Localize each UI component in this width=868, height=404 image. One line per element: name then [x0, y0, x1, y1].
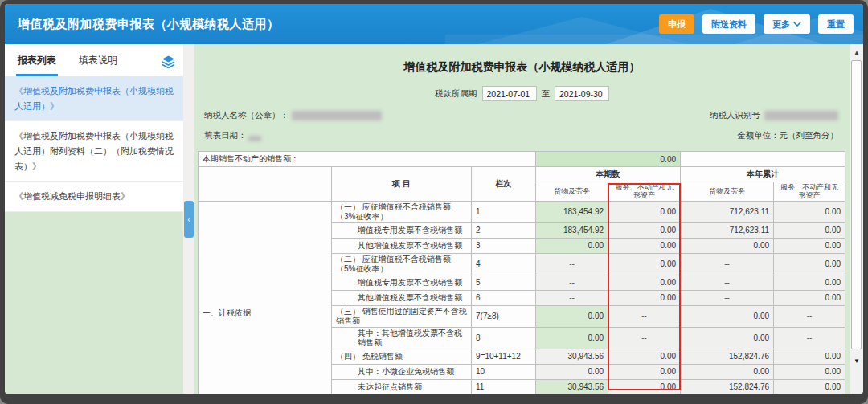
cell-year-goods: 712,623.11 [681, 222, 774, 238]
main-content: 增值税及附加税费申报表（小规模纳税人适用） 税款所属期 至 纳税人名称（公章）：… [194, 44, 850, 394]
scroll-up-arrow-icon[interactable]: ▲ [850, 46, 863, 59]
form-title: 增值税及附加税费申报表（小规模纳税人适用） [194, 60, 850, 75]
period-start-input[interactable] [482, 86, 537, 101]
cell-current-services: -- [608, 305, 681, 327]
table-header-row: 项 目 栏次 本期数 本年累计 [199, 167, 845, 182]
cell-current-services: -- [608, 327, 681, 349]
fill-date-label: 填表日期： [204, 130, 247, 141]
period-end-input[interactable] [555, 86, 609, 101]
item-label: （二） 应征增值税不含税销售额（5%征收率） [332, 253, 472, 275]
item-label: 其他增值税发票不含税销售额 [332, 238, 472, 253]
cell-current-goods: -- [536, 290, 608, 305]
item-label: 增值税专用发票不含税销售额 [332, 275, 472, 290]
presale-label: 本期销售不动产的销售额： [199, 152, 536, 167]
body: 报表列表 填表说明 《增值税及附加税费申报表（小规模纳税人适用）》 《增值税及附… [5, 44, 863, 394]
page-title: 增值税及附加税费申报表（小规模纳税人适用） [18, 17, 280, 32]
amount-unit-label: 金额单位：元（列至角分） [737, 130, 838, 141]
cell-current-services: 0.00 [608, 349, 681, 364]
header-column-no: 栏次 [472, 167, 536, 202]
cell-year-services: 0.00 [774, 222, 845, 238]
attachments-button[interactable]: 附送资料 [702, 14, 755, 34]
vertical-scrollbar[interactable]: ▲ ▼ [850, 44, 863, 394]
cell-current-services: 0.00 [608, 379, 681, 394]
item-label: 未达起征点销售额 [332, 379, 472, 394]
cell-current-services: 0.00 [608, 238, 681, 253]
tab-fill-instructions[interactable]: 填表说明 [77, 46, 119, 76]
taxpayer-name-label: 纳税人名称（公章）： [204, 110, 289, 121]
cell-year-services: 0.00 [774, 364, 845, 379]
subheader-yt-services: 服务、不动产和无形资产 [774, 182, 845, 202]
column-no: 8 [472, 327, 536, 349]
header-actions: 申报 附送资料 更多 重置 [659, 14, 854, 34]
reset-button[interactable]: 重置 [818, 14, 854, 34]
presale-row: 本期销售不动产的销售额： 0.00 [199, 152, 845, 167]
sidebar: 报表列表 填表说明 《增值税及附加税费申报表（小规模纳税人适用）》 《增值税及附… [5, 44, 183, 394]
scroll-down-arrow-icon[interactable]: ▼ [850, 354, 863, 367]
cell-current-services: 0.00 [608, 275, 681, 290]
item-label: 其他增值税发票不含税销售额 [332, 290, 472, 305]
cell-current-goods[interactable]: 183,454.92 [536, 201, 608, 222]
column-no: 5 [472, 275, 536, 290]
cell-current-goods[interactable]: 0.00 [536, 327, 608, 349]
item-label: 增值税专用发票不含税销售额 [332, 222, 472, 238]
cell-year-services: 0.00 [774, 201, 845, 222]
cell-current-services: 0.00 [608, 290, 681, 305]
cell-current-goods: 0.00 [536, 364, 608, 379]
subheader-cp-goods: 货物及劳务 [536, 182, 608, 202]
cell-current-services: 0.00 [608, 201, 681, 222]
item-label: 其中：小微企业免税销售额 [332, 364, 472, 379]
column-no: 9=10+11+12 [472, 349, 536, 364]
header-item: 项 目 [332, 167, 472, 202]
cell-year-services: 0.00 [774, 275, 845, 290]
scrollbar-thumb[interactable] [851, 60, 862, 349]
group-label-tax-basis: 一、计税依据 [199, 201, 332, 394]
item-label: （三） 销售使用过的固定资产不含税销售额 [332, 305, 472, 327]
header-current-period: 本期数 [536, 167, 681, 182]
column-no: 2 [472, 222, 536, 238]
group-header-cell [199, 167, 332, 202]
cell-year-goods: 0.00 [681, 238, 774, 253]
item-label: （一） 应征增值税不含税销售额（3%征收率） [332, 201, 472, 222]
cell-year-services: -- [774, 327, 845, 349]
cell-year-services: 0.00 [774, 379, 845, 394]
tax-period-label: 税款所属期 [435, 88, 477, 100]
cell-current-goods[interactable]: 0.00 [536, 238, 608, 253]
more-button-label: 更多 [772, 18, 790, 31]
item-label: 其中：其他增值税发票不含税销售额 [332, 327, 472, 349]
tax-period-row: 税款所属期 至 [194, 86, 850, 101]
column-no: 6 [472, 290, 536, 305]
presale-value-cell[interactable]: 0.00 [536, 152, 681, 167]
sidebar-tabs: 报表列表 填表说明 [5, 44, 183, 76]
cell-current-goods[interactable]: 183,454.92 [536, 222, 608, 238]
tab-report-list[interactable]: 报表列表 [16, 46, 58, 76]
cell-year-goods: 0.00 [681, 305, 774, 327]
declaration-table: 本期销售不动产的销售额： 0.00 项 目 栏次 本期数 本年累计 [198, 151, 845, 394]
cell-current-services: 0.00 [608, 253, 681, 275]
cell-year-goods: 0.00 [681, 327, 774, 349]
sidebar-collapse-handle[interactable]: ‹ [184, 201, 194, 238]
cell-year-goods: 152,824.76 [681, 349, 774, 364]
cell-year-goods: 152,824.76 [681, 379, 774, 394]
redacted-fill-date [248, 136, 261, 141]
cell-current-goods: 30,943.56 [536, 349, 608, 364]
cell-year-goods: -- [681, 275, 774, 290]
declare-button[interactable]: 申报 [659, 14, 694, 34]
cell-year-goods: -- [681, 290, 774, 305]
item-label: （四） 免税销售额 [332, 349, 472, 364]
cell-year-services: 0.00 [774, 349, 845, 364]
cell-year-goods: 712,623.11 [681, 201, 774, 222]
sidebar-item-appendix-two[interactable]: 《增值税及附加税费申报表（小规模纳税人适用）附列资料（二）（附加税费情况表）》 [5, 121, 183, 182]
app-window: 增值税及附加税费申报表（小规模纳税人适用） 申报 附送资料 更多 重置 报表列表… [0, 0, 868, 404]
sidebar-item-reduction-detail[interactable]: 《增值税减免税申报明细表》 [5, 182, 183, 212]
chevron-down-icon [793, 22, 801, 27]
sidebar-item-main-declaration[interactable]: 《增值税及附加税费申报表（小规模纳税人适用）》 [5, 76, 183, 121]
panel-divider: ‹ [183, 44, 194, 394]
more-button[interactable]: 更多 [764, 14, 810, 34]
presale-empty-cell [681, 152, 845, 167]
layers-icon[interactable] [162, 55, 175, 68]
cell-current-goods[interactable]: 30,943.56 [536, 379, 608, 394]
taxpayer-id-label: 纳税人识别号 [710, 110, 760, 121]
cell-current-goods[interactable]: 0.00 [536, 305, 608, 327]
period-to-label: 至 [542, 88, 551, 100]
cell-year-goods: 0.00 [681, 364, 774, 379]
